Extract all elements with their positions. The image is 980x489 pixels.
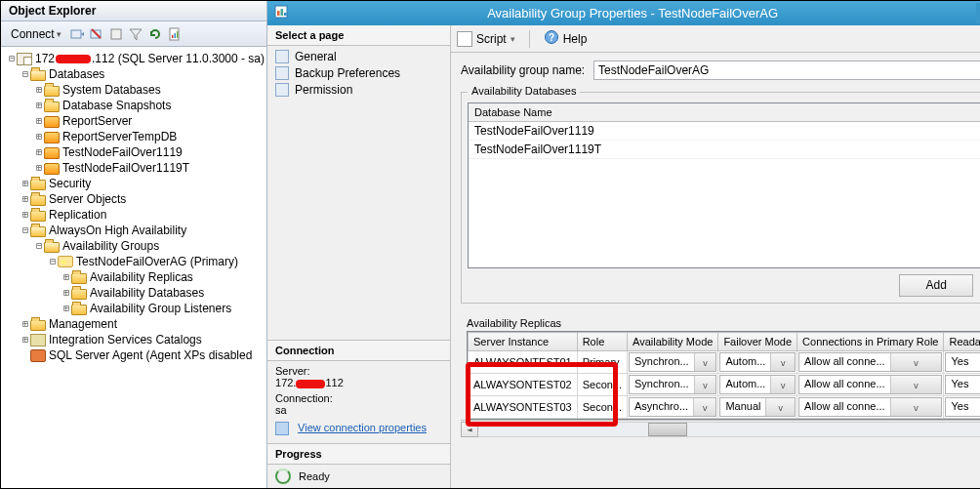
folder-icon [71, 289, 87, 300]
add-button[interactable]: Add [899, 274, 973, 297]
page-permission[interactable]: Permission [267, 81, 450, 98]
window-title-bar[interactable]: Availability Group Properties - TestNode… [267, 1, 980, 25]
connect-dropdown[interactable]: Connect ▾ [7, 27, 65, 41]
failover-mode-combo[interactable]: Manualv [719, 397, 796, 417]
select-page-header: Select a page [267, 25, 450, 46]
replica-row[interactable]: ALWAYSONTEST03Secon...Asynchro...vManual… [469, 396, 980, 419]
window-title: Availability Group Properties - TestNode… [289, 6, 976, 20]
object-explorer-tree[interactable]: ⊟172.112 (SQL Server 11.0.3000 - sa) ⊟Da… [1, 47, 266, 488]
script-button[interactable]: Script▾ [457, 31, 515, 47]
chevron-down-icon: v [770, 376, 795, 393]
report-icon[interactable] [167, 26, 183, 42]
replica-row[interactable]: ALWAYSONTEST01PrimarySynchron...vAutom..… [469, 351, 980, 374]
security-node[interactable]: ⊞Security [3, 176, 265, 191]
ssis-icon [30, 334, 46, 346]
disconnect-icon[interactable] [89, 26, 104, 42]
database-item[interactable]: TestNodeFailOver1119 [469, 122, 980, 141]
ag-listeners-node[interactable]: ⊞Availability Group Listeners [3, 301, 265, 316]
folder-icon [44, 102, 60, 112]
ag-instance-node[interactable]: ⊟TestNodeFailOverAG (Primary) [3, 254, 265, 269]
col-server-instance[interactable]: Server Instance [469, 333, 578, 351]
folder-icon [71, 305, 87, 315]
connections-primary-combo[interactable]: Allow all conne...v [798, 375, 942, 394]
server-objects-node[interactable]: ⊞Server Objects [3, 191, 265, 207]
svg-rect-3 [111, 29, 121, 39]
view-connection-properties-link[interactable]: View connection properties [298, 422, 427, 433]
col-role[interactable]: Role [577, 333, 627, 351]
connection-label: Connection: [275, 392, 442, 404]
databases-node[interactable]: ⊟Databases [3, 66, 265, 82]
chevron-down-icon: v [765, 398, 795, 416]
server-desc: .112 (SQL Server 11.0.3000 - sa) [92, 51, 265, 66]
dialog-left-pane: Select a page General Backup Preferences… [267, 25, 451, 488]
refresh-icon[interactable] [147, 26, 163, 42]
scroll-track[interactable] [478, 422, 980, 437]
svg-rect-5 [172, 35, 174, 38]
server-node[interactable]: ⊟172.112 (SQL Server 11.0.3000 - sa) [3, 51, 265, 66]
ag-replicas-node[interactable]: ⊞Availability Replicas [3, 269, 265, 285]
ag-name-input[interactable] [593, 61, 980, 80]
database-icon [44, 116, 60, 128]
readable-secondary-combo[interactable]: Yesv [945, 375, 980, 394]
scroll-left-button[interactable]: ◄ [461, 422, 478, 437]
connections-primary-combo[interactable]: Allow all conne...v [798, 397, 942, 417]
help-button[interactable]: ?Help [544, 29, 588, 48]
page-general[interactable]: General [267, 48, 450, 64]
page-backup-prefs[interactable]: Backup Preferences [267, 64, 450, 81]
progress-ready-icon [275, 469, 291, 484]
dialog-main-pane: Script▾ ?Help Availability group name: A… [451, 25, 980, 488]
ag-groups-node[interactable]: ⊟Availability Groups [3, 238, 265, 254]
stop-icon[interactable] [108, 26, 124, 42]
availability-mode-combo[interactable]: Asynchro...v [629, 397, 716, 417]
horizontal-scrollbar[interactable]: ◄ ► [461, 420, 980, 437]
scroll-thumb[interactable] [648, 423, 687, 436]
minimize-button[interactable]: ─ [976, 3, 980, 23]
management-node[interactable]: ⊞Management [3, 316, 265, 332]
system-databases-node[interactable]: ⊞System Databases [3, 82, 265, 98]
filter-icon[interactable] [128, 26, 143, 42]
folder-icon [71, 273, 87, 284]
server-label: Server: [275, 365, 442, 377]
ag-databases-node[interactable]: ⊞Availability Databases [3, 285, 265, 301]
folder-open-icon [30, 70, 46, 81]
db-snapshots-node[interactable]: ⊞Database Snapshots [3, 98, 265, 113]
connect-icon[interactable] [69, 26, 85, 42]
report-server-temp-db-node[interactable]: ⊞ReportServerTempDB [3, 129, 265, 144]
database-item[interactable]: TestNodeFailOver1119T [469, 141, 980, 159]
failover-mode-combo[interactable]: Autom...v [719, 375, 796, 394]
replica-row[interactable]: ALWAYSONTEST02Secon...Synchron...vAutom.… [469, 374, 980, 396]
col-readable-secondary[interactable]: Readable Secondary [944, 333, 980, 351]
replication-node[interactable]: ⊞Replication [3, 207, 265, 223]
database-icon [44, 147, 60, 159]
connections-primary-combo[interactable]: Allow all conne...v [798, 352, 942, 372]
cell-role: Secon... [578, 376, 627, 393]
availability-group-icon [58, 256, 73, 267]
db2-node[interactable]: ⊞TestNodeFailOver1119T [3, 160, 265, 176]
readable-secondary-combo[interactable]: Yesv [945, 397, 980, 417]
page-icon [275, 66, 289, 80]
database-list[interactable]: Database Name TestNodeFailOver1119 TestN… [468, 102, 980, 268]
col-failover-mode[interactable]: Failover Mode [718, 333, 797, 351]
report-server-db-node[interactable]: ⊞ReportServer [3, 113, 265, 129]
redacted-ip-icon [56, 55, 91, 63]
separator [529, 30, 530, 48]
db1-node[interactable]: ⊞TestNodeFailOver1119 [3, 144, 265, 160]
replicas-table: Server Instance Role Availability Mode F… [468, 332, 980, 419]
chevron-down-icon: ▾ [510, 34, 515, 44]
chevron-down-icon: v [890, 376, 942, 393]
server-value: 172.112 [275, 377, 442, 388]
availability-mode-combo[interactable]: Synchron...v [629, 352, 716, 372]
ssis-node[interactable]: ⊞Integration Services Catalogs [3, 332, 265, 347]
readable-secondary-combo[interactable]: Yesv [945, 352, 980, 372]
failover-mode-combo[interactable]: Autom...v [719, 352, 796, 372]
availability-mode-combo[interactable]: Synchron...v [629, 375, 716, 394]
cell-role: Primary [578, 353, 627, 371]
col-availability-mode[interactable]: Availability Mode [628, 333, 718, 351]
agent-node[interactable]: ⊞SQL Server Agent (Agent XPs disabled [3, 347, 265, 363]
alwayson-node[interactable]: ⊟AlwaysOn High Availability [3, 223, 265, 238]
connection-icon [275, 422, 289, 435]
ag-name-label: Availability group name: [461, 63, 586, 77]
folder-open-icon [44, 242, 60, 253]
progress-header: Progress [267, 444, 450, 465]
col-connections-primary[interactable]: Connections in Primary Role [797, 333, 944, 351]
